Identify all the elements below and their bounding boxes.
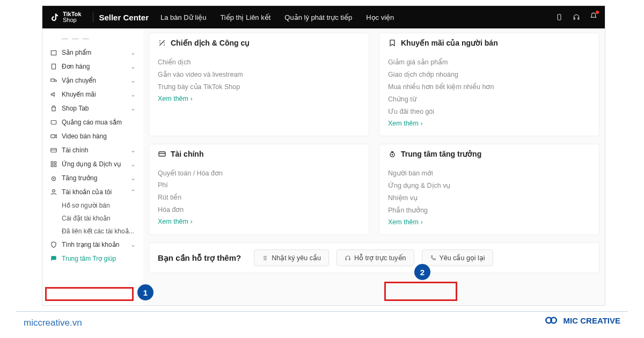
card-link[interactable]: Chứng từ xyxy=(388,93,590,105)
svg-rect-4 xyxy=(51,135,55,138)
sidebar-item-truncated[interactable]: — — — xyxy=(42,32,143,46)
chevron-down-icon: ⌄ xyxy=(130,63,136,70)
truck-icon xyxy=(50,77,57,84)
sidebar-sub-linked-accounts[interactable]: Đã liên kết các tài khoả... xyxy=(42,225,143,238)
footer-url: miccreative.vn xyxy=(24,318,82,328)
box-icon xyxy=(50,49,57,56)
chevron-down-icon: ⌄ xyxy=(130,160,136,168)
card-link[interactable]: Giao dịch chớp nhoáng xyxy=(388,68,590,80)
card-link[interactable]: Giảm giá sản phẩm xyxy=(388,56,590,68)
sidebar-sub-account-settings[interactable]: Cài đặt tài khoản xyxy=(42,212,143,225)
card-link[interactable]: Quyết toán / Hóa đơn xyxy=(158,167,360,179)
card-title: Tài chính xyxy=(171,150,203,158)
see-more-link[interactable]: Xem thêm xyxy=(158,216,360,227)
brand-logo-block[interactable]: TikTok Shop xyxy=(50,11,81,23)
bookmark-icon xyxy=(388,39,397,47)
svg-rect-10 xyxy=(54,165,56,167)
chevron-down-icon: ⌄ xyxy=(130,105,136,112)
chip-online-support[interactable]: Hỗ trợ trực tuyến xyxy=(336,249,414,266)
sidebar-sub-seller-profile[interactable]: Hồ sơ người bán xyxy=(42,199,143,212)
card-link[interactable]: Hóa đơn xyxy=(158,203,360,216)
app-title: Seller Center xyxy=(99,13,149,22)
chip-request-log[interactable]: Nhật ký yêu cầu xyxy=(254,249,329,266)
support-title: Bạn cần hỗ trợ thêm? xyxy=(158,253,241,263)
sidebar-item-account[interactable]: Tài khoản của tôi⌃ xyxy=(42,185,143,199)
card-link[interactable]: Nhiệm vụ xyxy=(388,192,590,204)
phone-icon[interactable] xyxy=(555,13,563,21)
ad-icon xyxy=(50,119,57,126)
phone-icon xyxy=(430,255,436,261)
chevron-down-icon: ⌄ xyxy=(130,146,136,154)
speaker-icon xyxy=(50,91,57,98)
svg-rect-8 xyxy=(54,161,56,164)
card-title: Trung tâm tăng trưởng xyxy=(401,150,481,158)
brand-sub: Shop xyxy=(63,17,81,23)
sidebar-item-apps[interactable]: Ứng dụng & Dịch vụ⌄ xyxy=(42,157,143,171)
grid-icon xyxy=(50,160,57,168)
divider xyxy=(93,12,93,22)
topnav-item[interactable]: La bàn Dữ liệu xyxy=(160,13,206,21)
see-more-link[interactable]: Xem thêm xyxy=(388,117,590,129)
svg-rect-9 xyxy=(51,165,53,167)
sidebar-item-ads[interactable]: Quảng cáo mua sắm xyxy=(42,115,143,129)
sidebar-item-account-status[interactable]: Tình trạng tài khoản⌄ xyxy=(42,238,143,252)
card-link[interactable]: Người bán mới xyxy=(388,167,590,179)
chevron-up-icon: ⌃ xyxy=(130,188,136,196)
video-icon xyxy=(50,133,57,140)
card-finance: Tài chính Quyết toán / Hóa đơn Phí Rút t… xyxy=(149,144,369,235)
svg-rect-3 xyxy=(51,121,56,124)
topnav-item[interactable]: Học viện xyxy=(366,13,394,21)
topbar: TikTok Shop Seller Center La bàn Dữ liệu… xyxy=(42,6,605,28)
tiktok-icon xyxy=(50,12,60,22)
svg-point-17 xyxy=(392,154,393,156)
card-growth-center: Trung tâm tăng trưởng Người bán mới Ứng … xyxy=(379,144,599,235)
sidebar-item-shoptab[interactable]: Shop Tab⌄ xyxy=(42,101,143,115)
target-icon xyxy=(388,150,397,158)
card-link[interactable]: Chiến dịch xyxy=(158,56,360,68)
card-link[interactable]: Ứng dụng & Dịch vụ xyxy=(388,179,590,192)
svg-rect-2 xyxy=(52,64,56,69)
sidebar-item-shipping[interactable]: Vận chuyển⌄ xyxy=(42,74,143,87)
doc-icon xyxy=(50,63,57,70)
card-link[interactable]: Trưng bày của TikTok Shop xyxy=(158,80,360,93)
sidebar-item-help-center[interactable]: Trung tâm Trợ giúp xyxy=(42,252,143,266)
mic-creative-logo-icon xyxy=(545,315,559,325)
card-link[interactable]: Phần thưởng xyxy=(388,204,590,216)
sidebar-item-video[interactable]: Video bán hàng xyxy=(42,129,143,143)
svg-rect-0 xyxy=(558,14,561,20)
chevron-down-icon: ⌄ xyxy=(130,77,136,84)
sidebar-item-growth[interactable]: Tăng trưởng⌄ xyxy=(42,171,143,185)
see-more-link[interactable]: Xem thêm xyxy=(388,216,590,228)
chip-callback[interactable]: Yêu cầu gọi lại xyxy=(422,249,493,266)
notification-dot xyxy=(596,11,599,14)
sidebar-item-finance[interactable]: Tài chính⌄ xyxy=(42,143,143,157)
headset-icon xyxy=(345,255,351,261)
sidebar-item-promotions[interactable]: Khuyến mãi⌄ xyxy=(42,87,143,101)
card-icon xyxy=(50,146,57,154)
bag-icon xyxy=(50,105,57,112)
see-more-link[interactable]: Xem thêm xyxy=(158,93,360,105)
card-link[interactable]: Rút tiền xyxy=(158,191,360,203)
card-link[interactable]: Phí xyxy=(158,179,360,191)
sidebar-item-orders[interactable]: Đơn hàng⌄ xyxy=(42,60,143,74)
topnav-item[interactable]: Quản lý phát trực tiếp xyxy=(284,13,352,21)
card-campaigns: Chiến dịch & Công cụ Chiến dịch Gắn vào … xyxy=(149,33,369,136)
sidebar-item-products[interactable]: Sản phẩm⌄ xyxy=(42,46,143,60)
topnav-item[interactable]: Tiếp thị Liên kết xyxy=(220,13,270,21)
card-title: Khuyến mãi của người bán xyxy=(401,39,498,47)
list-icon xyxy=(262,255,268,261)
svg-rect-7 xyxy=(51,161,53,164)
card-link[interactable]: Gắn vào video và livestream xyxy=(158,68,360,80)
chevron-down-icon: ⌄ xyxy=(130,49,136,56)
chevron-down-icon: ⌄ xyxy=(130,174,136,182)
card-link[interactable]: Mua nhiều hơn tiết kiệm nhiều hơn xyxy=(388,80,590,93)
card-link[interactable]: Ưu đãi theo gói xyxy=(388,105,590,117)
main-content: Chiến dịch & Công cụ Chiến dịch Gắn vào … xyxy=(143,28,605,305)
chat-icon xyxy=(50,255,57,262)
annotation-badge-2: 2 xyxy=(414,264,430,280)
card-title: Chiến dịch & Công cụ xyxy=(171,39,250,47)
target-icon xyxy=(50,174,57,182)
headset-icon[interactable] xyxy=(573,13,580,21)
shield-icon xyxy=(50,241,57,248)
sidebar: — — — Sản phẩm⌄ Đơn hàng⌄ Vận chuyển⌄ Kh… xyxy=(42,28,143,305)
